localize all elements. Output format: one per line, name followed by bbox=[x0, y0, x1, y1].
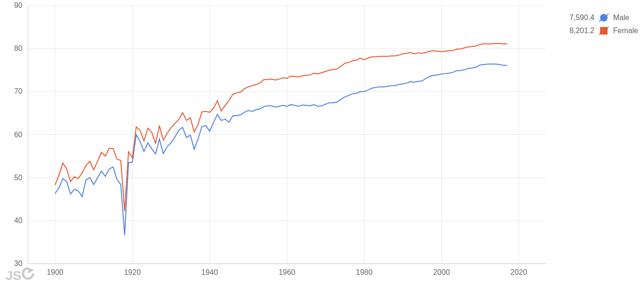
chart-container: 3040506070809019001920194019601980200020… bbox=[0, 0, 644, 287]
y-tick-label: 50 bbox=[14, 174, 22, 182]
x-tick-label: 1900 bbox=[47, 268, 64, 276]
y-tick-label: 60 bbox=[14, 131, 22, 139]
series-line-female[interactable] bbox=[55, 43, 507, 211]
x-tick-label: 2000 bbox=[433, 268, 450, 276]
svg-rect-19 bbox=[600, 27, 608, 35]
legend-name-female: Female bbox=[613, 27, 638, 35]
male-marker-icon bbox=[598, 12, 609, 23]
female-marker-icon bbox=[598, 25, 609, 36]
y-tick-label: 40 bbox=[14, 217, 22, 224]
legend: 7,590.4 Male 8,201.2 Female bbox=[564, 11, 638, 37]
x-tick-label: 1980 bbox=[356, 268, 373, 276]
y-tick-label: 80 bbox=[14, 44, 22, 52]
y-tick-label: 90 bbox=[14, 1, 22, 9]
x-tick-label: 1920 bbox=[124, 268, 141, 276]
x-tick-label: 1960 bbox=[279, 268, 295, 276]
svg-point-17 bbox=[600, 14, 608, 21]
legend-item-male[interactable]: 7,590.4 Male bbox=[564, 11, 638, 24]
x-tick-label: 1940 bbox=[201, 268, 218, 276]
watermark-icon bbox=[21, 267, 35, 283]
legend-item-female[interactable]: 8,201.2 Female bbox=[564, 24, 638, 37]
legend-value-female: 8,201.2 bbox=[564, 27, 594, 35]
series-line-male[interactable] bbox=[55, 64, 507, 235]
x-tick-label: 2020 bbox=[510, 268, 527, 276]
legend-name-male: Male bbox=[613, 14, 638, 22]
watermark-text: JS bbox=[6, 268, 21, 283]
legend-value-male: 7,590.4 bbox=[564, 14, 594, 22]
y-tick-label: 30 bbox=[14, 259, 22, 267]
y-tick-label: 70 bbox=[14, 87, 22, 95]
line-chart[interactable]: 3040506070809019001920194019601980200020… bbox=[0, 0, 644, 287]
watermark-logo: JS bbox=[6, 267, 35, 283]
